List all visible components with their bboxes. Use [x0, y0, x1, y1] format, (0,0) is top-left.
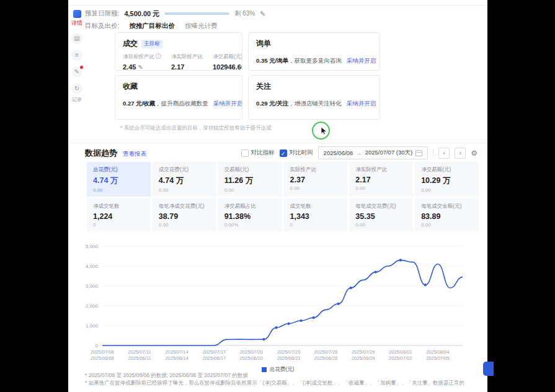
- section-divider: [68, 143, 487, 143]
- metric-cell-r1c3[interactable]: 交易额(元)11.26 万0.00: [218, 162, 282, 197]
- suggestion-desc: ，提升商品收藏数量: [155, 100, 208, 107]
- quicknav-detail-label: 详情: [71, 19, 82, 27]
- metric-value: 2.37: [290, 176, 342, 184]
- budget-edit-icon[interactable]: ✎: [260, 10, 265, 18]
- quicknav-list-icon[interactable]: ≡: [71, 50, 82, 61]
- metric-cell-r1c1[interactable]: 总花费(元)4.74 万0.00: [87, 162, 151, 197]
- metric-label: 每笔成交花费(元): [355, 203, 407, 210]
- svg-text:2025/07/11: 2025/07/11: [128, 349, 151, 355]
- metric-summary-grid: 总花费(元)4.74 万0.00成交花费(元)4.74 万0.00交易额(元)1…: [87, 162, 479, 231]
- metric-cell-r2c2[interactable]: 每笔净成交花费(元)38.790.00: [153, 198, 216, 231]
- metric-label: 净目标投产比: [123, 53, 154, 60]
- daily-budget-row: 预算日限额: 4,500.00 元 剩 63% ✎: [85, 8, 265, 19]
- metric-cell-r1c2[interactable]: 成交花费(元)4.74 万0.00: [153, 162, 216, 197]
- svg-text:2025/06/11: 2025/06/11: [128, 355, 151, 361]
- svg-text:2025/07/17: 2025/07/17: [203, 349, 226, 355]
- metric-label: 每笔净成交花费(元): [159, 203, 210, 210]
- metric-value: 1,224: [93, 212, 144, 221]
- svg-text:4,000: 4,000: [86, 264, 99, 269]
- metric-cell-r1c5[interactable]: 净实际投产比2.170.00: [349, 162, 413, 197]
- quicknav-report-icon[interactable]: ▤: [71, 33, 82, 44]
- svg-text:2025/07/26: 2025/07/26: [314, 349, 338, 355]
- metric-sub-value: 0.00%: [224, 222, 276, 228]
- click-highlight-ring: [312, 122, 330, 140]
- next-period-button[interactable]: ›: [455, 148, 466, 159]
- metric-cell-r2c1[interactable]: 净成交笔数1,2240: [87, 198, 151, 231]
- trend-header: 数据趋势 查看报表: [85, 148, 146, 159]
- metric-net-gmv: 净交易额(元) 102946.60: [213, 53, 242, 71]
- detail-icon: [73, 10, 81, 18]
- adopt-and-enable-link[interactable]: 采纳并开启: [347, 57, 376, 64]
- trend-controls: 对比指标 ✓ 对比时间 2025/06/08 → 2025/07/07 (30天…: [241, 146, 477, 159]
- bidding-label: 目标及出价:: [85, 22, 119, 30]
- compare-time-checkbox[interactable]: ✓: [280, 149, 287, 157]
- goal-card-favorite: 收藏0.27 元/收藏，提升商品收藏数量采纳并开启: [115, 75, 242, 120]
- metric-sub-value: 0.00: [290, 185, 342, 191]
- card-title: 收藏: [123, 81, 138, 92]
- date-range-picker[interactable]: 2025/06/08 → 2025/07/07 (30天): [318, 146, 428, 159]
- tab-bid-by-impression[interactable]: 按曝光计费: [185, 22, 218, 30]
- compare-time-toggle[interactable]: ✓ 对比时间: [280, 149, 313, 157]
- svg-text:2025/06/23: 2025/06/23: [277, 355, 301, 361]
- svg-text:5,000: 5,000: [86, 244, 99, 249]
- adopt-and-enable-link[interactable]: 采纳并开启: [347, 100, 376, 107]
- gear-icon[interactable]: ⚙: [471, 149, 477, 158]
- metric-cell-r1c4[interactable]: 实际投产比2.370.00: [284, 162, 348, 197]
- metric-sub-value: 0.00: [355, 222, 407, 228]
- roi-edit-icon[interactable]: ✎: [138, 64, 143, 71]
- svg-text:2025/07/14: 2025/07/14: [165, 349, 189, 355]
- metric-sub-value: 0.00: [224, 187, 276, 193]
- metric-value: 102946.60: [213, 63, 242, 71]
- compare-metric-toggle[interactable]: 对比指标: [241, 149, 275, 157]
- metric-value: 38.79: [159, 212, 210, 221]
- svg-text:1,000: 1,000: [86, 323, 99, 329]
- metric-label: 净交易额(元): [213, 53, 242, 61]
- metric-net-actual-roi: 净实际投产比 2.17: [171, 53, 203, 71]
- view-report-link[interactable]: 查看报表: [123, 150, 146, 158]
- floating-feedback-button[interactable]: [483, 362, 494, 376]
- metric-sub-value: 0: [93, 222, 144, 228]
- quicknav-record-label: 记录: [72, 96, 82, 103]
- metric-value: 2.45: [123, 63, 136, 71]
- metric-cell-r2c4[interactable]: 成交笔数1,3430: [284, 198, 348, 231]
- budget-value: 4,500.00 元: [124, 9, 159, 19]
- legend-label: 总花费(元): [270, 366, 295, 373]
- legend-swatch: [262, 367, 267, 372]
- goal-card-deal: 成交 主目标 净目标投产比i 2.45✎ 净实际投产比 2.17 净交易额(元)…: [115, 32, 242, 71]
- date-range-start: 2025/06/08: [324, 149, 353, 156]
- metric-label: 净成交笔数: [93, 203, 144, 210]
- metric-value: 83.89: [421, 212, 473, 221]
- metric-cell-r2c6[interactable]: 每笔成交金额(元)83.890.00: [415, 198, 479, 231]
- letterboxed-stage: 详情 ▤ ≡ ✎ ↻ 记录 预算日限额: 4,500.00 元 剩 63% ✎ …: [0, 0, 555, 392]
- calendar-icon: [415, 150, 422, 156]
- metric-cell-r1c6[interactable]: 净交易额(元)10.29 万0.00: [415, 162, 479, 197]
- info-icon[interactable]: i: [156, 53, 161, 59]
- trend-line-chart[interactable]: 01,0002,0003,0004,0005,0002025/07/082025…: [68, 241, 487, 363]
- metric-label: 交易额(元): [224, 166, 276, 174]
- prev-period-button[interactable]: ‹: [438, 148, 450, 159]
- metric-sub-value: 0.00: [159, 187, 210, 193]
- svg-text:2025/06/14: 2025/06/14: [165, 355, 189, 361]
- metric-cell-r2c3[interactable]: 净交易额占比91.38%0.00%: [218, 198, 282, 231]
- suggestion-price: 0.27 元/收藏: [123, 100, 155, 107]
- quick-nav: 详情 ▤ ≡ ✎ ↻ 记录: [69, 10, 84, 103]
- cursor-icon: [321, 127, 328, 135]
- chart-footnote-1: * 2025/07/08 至 2025/08/06 的数据; 2025/06/0…: [85, 372, 248, 380]
- quicknav-item-detail[interactable]: 详情: [71, 10, 82, 27]
- metric-label: 净交易额占比: [224, 203, 276, 210]
- metric-cell-r2c5[interactable]: 每笔成交花费(元)35.350.00: [349, 198, 413, 231]
- metric-sub-value: 0.00: [159, 222, 210, 228]
- suggestion-price: 0.35 元/询单: [256, 57, 288, 64]
- metric-label: 净交易额(元): [421, 166, 473, 174]
- goal-note: * 系统会尽可能达成你设置的目标，保持稳定投放有助于提升达成: [120, 125, 272, 132]
- quicknav-edit-icon[interactable]: ✎: [71, 66, 82, 78]
- quicknav-history-icon[interactable]: ↻: [71, 83, 82, 94]
- adopt-and-enable-link[interactable]: 采纳并开启: [213, 100, 242, 107]
- card-title: 询单: [256, 38, 271, 49]
- compare-time-label: 对比时间: [290, 149, 313, 157]
- metric-value: 35.35: [355, 212, 407, 221]
- svg-text:2025/08/04: 2025/08/04: [426, 349, 450, 355]
- compare-metric-checkbox[interactable]: [241, 149, 249, 157]
- tab-bid-by-goal[interactable]: 按推广目标出价: [129, 22, 175, 30]
- goal-cards-grid: 成交 主目标 净目标投产比i 2.45✎ 净实际投产比 2.17 净交易额(元)…: [115, 32, 380, 120]
